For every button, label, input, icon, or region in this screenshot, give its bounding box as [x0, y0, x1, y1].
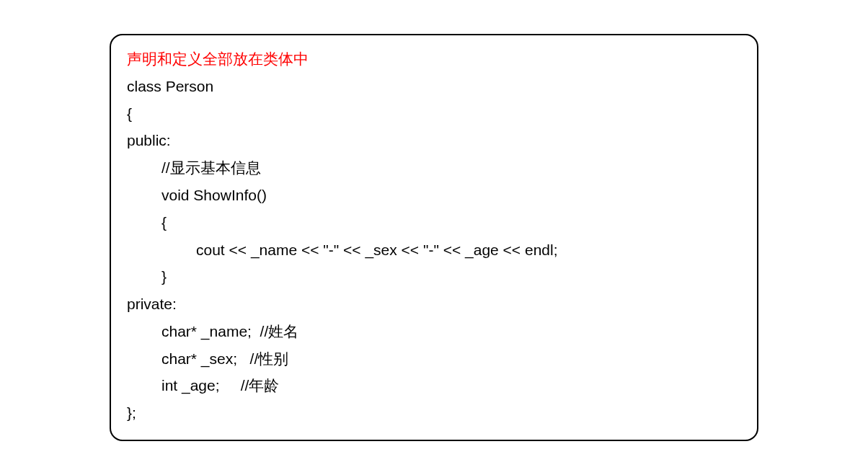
- code-line: private:: [127, 290, 741, 318]
- code-line: cout << _name << "-" << _sex << "-" << _…: [127, 236, 741, 264]
- code-line: void ShowInfo(): [127, 182, 741, 209]
- code-line: char* _sex; //性别: [127, 345, 741, 373]
- heading-comment: 声明和定义全部放在类体中: [127, 45, 741, 73]
- code-line: };: [127, 399, 741, 427]
- code-line: //显示基本信息: [127, 154, 741, 182]
- code-line: char* _name; //姓名: [127, 318, 741, 345]
- code-line: public:: [127, 127, 741, 154]
- code-line: class Person: [127, 73, 741, 100]
- code-container: 声明和定义全部放在类体中 class Person { public: //显示…: [110, 34, 758, 441]
- code-line: }: [127, 263, 741, 290]
- code-line: int _age; //年龄: [127, 372, 741, 399]
- code-line: {: [127, 209, 741, 236]
- code-line: {: [127, 100, 741, 128]
